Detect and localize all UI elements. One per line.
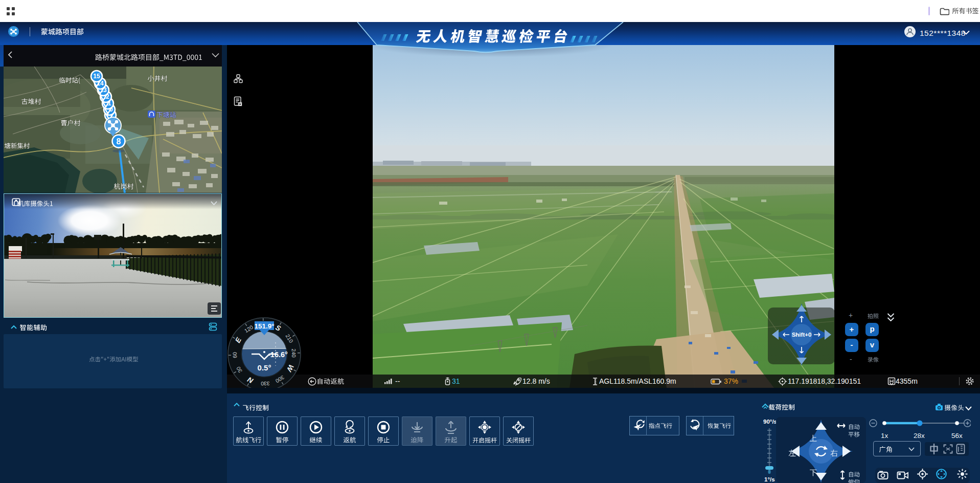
svg-text:151.9°: 151.9° bbox=[254, 322, 274, 330]
svg-text:8: 8 bbox=[117, 137, 121, 146]
svg-text:240: 240 bbox=[291, 348, 298, 358]
svg-text:60: 60 bbox=[232, 352, 238, 358]
svg-text:330: 330 bbox=[261, 381, 270, 387]
svg-text:-16.6°: -16.6° bbox=[268, 350, 288, 359]
svg-text:15: 15 bbox=[93, 73, 100, 80]
svg-text:0.5°: 0.5° bbox=[258, 363, 271, 372]
svg-text:Shift+0: Shift+0 bbox=[792, 332, 812, 338]
